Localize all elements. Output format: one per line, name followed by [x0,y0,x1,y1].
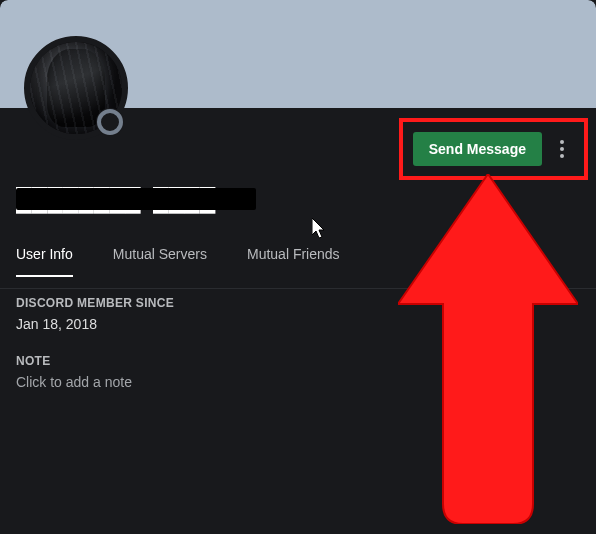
cursor-icon [312,218,328,240]
tab-user-info[interactable]: User Info [16,246,73,276]
username: ████████#████ [16,186,256,214]
tab-mutual-friends[interactable]: Mutual Friends [247,246,340,276]
member-since-value: Jan 18, 2018 [16,316,580,332]
svg-point-1 [560,147,564,151]
more-options-button[interactable] [548,132,576,166]
svg-point-0 [560,140,564,144]
more-vertical-icon [560,140,564,158]
svg-point-2 [560,154,564,158]
profile-tabs: User Info Mutual Servers Mutual Friends [0,246,596,289]
user-info-panel: DISCORD MEMBER SINCE Jan 18, 2018 NOTE C… [16,296,580,390]
member-since-label: DISCORD MEMBER SINCE [16,296,580,310]
redaction-bar [16,188,256,210]
status-offline-icon [96,108,124,136]
send-message-button[interactable]: Send Message [413,132,542,166]
note-label: NOTE [16,354,580,368]
note-input[interactable]: Click to add a note [16,374,580,390]
avatar[interactable] [24,36,128,140]
annotation-highlight-box: Send Message [399,118,588,180]
tab-mutual-servers[interactable]: Mutual Servers [113,246,207,276]
